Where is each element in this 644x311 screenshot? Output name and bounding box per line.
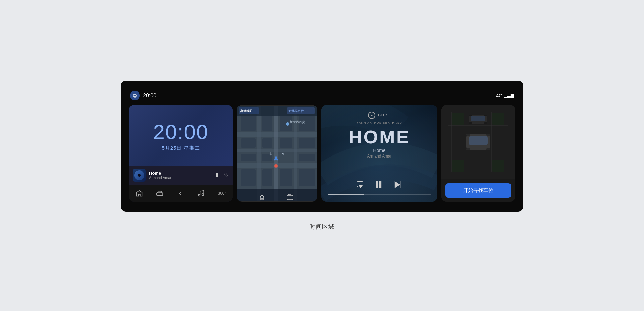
music-controls: ⏸ ♡ xyxy=(214,172,229,179)
svg-rect-67 xyxy=(466,148,470,150)
nav-360-text: 360° xyxy=(218,191,226,196)
svg-rect-42 xyxy=(376,181,378,188)
music-card-artist: Armand Amar xyxy=(367,154,391,159)
main-container: 20:00 4G ▂▄▆ 20:00 5月25日 星期二 Home Armand… xyxy=(121,81,523,212)
svg-rect-59 xyxy=(469,115,472,116)
parking-grid-svg xyxy=(441,105,515,179)
music-director-label: YANN ARTHUS-BERTRAND xyxy=(357,121,402,124)
svg-rect-65 xyxy=(466,134,470,136)
map-svg: 新世界百货 东 西 高德地图 新世界百货 xyxy=(237,105,317,202)
find-parking-button[interactable]: 开始寻找车位 xyxy=(445,183,511,198)
album-art xyxy=(133,169,146,182)
clock-time: 20:00 xyxy=(153,122,208,142)
svg-text:新世界百货: 新世界百货 xyxy=(288,109,304,113)
svg-point-32 xyxy=(274,164,278,168)
svg-rect-23 xyxy=(241,169,256,186)
music-card-globe-icon: ● xyxy=(368,112,375,119)
parking-card: 开始寻找车位 xyxy=(441,105,515,202)
status-network: 4G ▂▄▆ xyxy=(496,92,514,98)
clock-display: 20:00 5月25日 星期二 xyxy=(129,105,233,166)
svg-rect-61 xyxy=(469,122,472,124)
music-card-controls xyxy=(328,180,431,191)
svg-rect-54 xyxy=(452,160,464,172)
svg-rect-9 xyxy=(257,106,261,201)
app-logo xyxy=(130,91,140,100)
music-card-header: ● GORE xyxy=(368,112,390,119)
airplay-button[interactable] xyxy=(357,181,365,190)
cards-row: 20:00 5月25日 星期二 Home Armand Amar ⏸ ♡ xyxy=(129,105,515,202)
svg-rect-24 xyxy=(262,169,272,186)
svg-rect-55 xyxy=(492,113,504,125)
music-progress-bar[interactable] xyxy=(328,194,431,195)
svg-rect-60 xyxy=(484,115,487,116)
svg-rect-17 xyxy=(262,138,272,148)
music-bar: Home Armand Amar ⏸ ♡ xyxy=(129,166,233,185)
clock-date: 5月25日 星期二 xyxy=(162,145,200,151)
nav-music-icon[interactable] xyxy=(195,188,207,198)
next-button[interactable] xyxy=(393,180,402,191)
svg-rect-11 xyxy=(294,106,297,201)
svg-rect-19 xyxy=(299,138,315,148)
pause-main-button[interactable] xyxy=(374,180,383,191)
nav-back-icon[interactable] xyxy=(174,188,187,198)
nav-360-label[interactable]: 360° xyxy=(215,190,229,197)
nav-bar: 360° xyxy=(129,185,233,202)
svg-rect-25 xyxy=(280,169,292,186)
album-art-inner xyxy=(134,170,144,180)
svg-text:高德地图: 高德地图 xyxy=(240,109,252,113)
svg-rect-13 xyxy=(262,116,272,131)
svg-rect-53 xyxy=(452,113,464,125)
music-card-title: HOME xyxy=(348,128,410,146)
svg-rect-10 xyxy=(274,106,278,201)
svg-rect-62 xyxy=(484,122,487,124)
music-card-song: Home xyxy=(373,148,385,153)
svg-text:东: 东 xyxy=(269,152,272,156)
svg-rect-0 xyxy=(157,193,163,195)
clock-card: 20:00 5月25日 星期二 Home Armand Amar ⏸ ♡ xyxy=(129,105,233,202)
svg-point-27 xyxy=(286,122,289,126)
nav-home-icon[interactable] xyxy=(133,188,146,198)
bottom-label: 时间区域 xyxy=(309,223,335,231)
svg-text:新世界百货: 新世界百货 xyxy=(290,120,305,124)
status-time: 20:00 xyxy=(143,92,156,99)
music-card-content: ● GORE YANN ARTHUS-BERTRAND HOME Home Ar… xyxy=(321,105,437,202)
like-button[interactable]: ♡ xyxy=(224,172,229,178)
svg-rect-56 xyxy=(492,160,504,172)
map-card[interactable]: 新世界百货 东 西 高德地图 新世界百货 xyxy=(237,105,317,202)
svg-rect-16 xyxy=(241,138,256,148)
signal-icon: ▂▄▆ xyxy=(504,93,514,98)
pause-button[interactable]: ⏸ xyxy=(214,172,220,179)
svg-point-4 xyxy=(202,193,204,195)
svg-text:西: 西 xyxy=(281,152,284,156)
svg-rect-43 xyxy=(379,181,381,188)
parking-btn-area: 开始寻找车位 xyxy=(441,179,515,202)
svg-point-1 xyxy=(158,195,159,196)
svg-point-3 xyxy=(198,194,200,196)
svg-rect-12 xyxy=(241,116,256,131)
svg-marker-41 xyxy=(359,185,362,188)
svg-rect-58 xyxy=(471,116,485,121)
svg-rect-26 xyxy=(299,169,315,186)
svg-rect-68 xyxy=(486,148,490,150)
music-artist: Armand Amar xyxy=(149,176,211,180)
svg-rect-38 xyxy=(237,189,317,201)
music-info: Home Armand Amar xyxy=(149,171,211,180)
music-progress-fill xyxy=(328,194,364,195)
status-bar: 20:00 4G ▂▄▆ xyxy=(129,91,515,100)
svg-marker-44 xyxy=(395,181,400,188)
music-title: Home xyxy=(149,171,211,176)
svg-point-2 xyxy=(161,195,162,196)
nav-car-icon[interactable] xyxy=(153,188,166,198)
svg-rect-22 xyxy=(299,154,315,161)
music-card-globe-label: GORE xyxy=(378,113,390,117)
network-label: 4G xyxy=(496,92,503,98)
svg-rect-66 xyxy=(486,134,490,136)
parking-view xyxy=(441,105,515,179)
music-album-card[interactable]: ● GORE YANN ARTHUS-BERTRAND HOME Home Ar… xyxy=(321,105,437,202)
svg-rect-64 xyxy=(469,136,488,145)
svg-rect-18 xyxy=(280,138,292,148)
svg-rect-20 xyxy=(241,154,256,161)
